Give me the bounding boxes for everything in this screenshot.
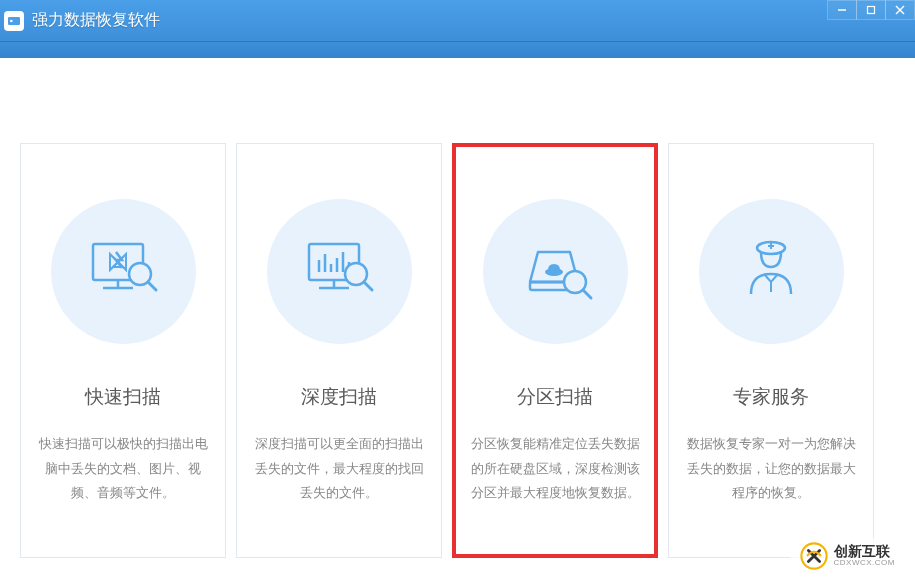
svg-line-26 (583, 290, 591, 298)
card-quick-scan[interactable]: 快速扫描 快速扫描可以极快的扫描出电脑中丢失的文档、图片、视频、音频等文件。 (20, 143, 226, 558)
app-title: 强力数据恢复软件 (32, 10, 160, 31)
svg-point-1 (10, 19, 13, 22)
card-title: 分区扫描 (517, 384, 593, 410)
close-button[interactable] (885, 0, 915, 20)
partition-scan-icon (483, 199, 628, 344)
window-controls (828, 0, 915, 41)
card-desc: 分区恢复能精准定位丢失数据的所在硬盘区域，深度检测该分区并最大程度地恢复数据。 (468, 432, 642, 506)
deep-scan-icon (267, 199, 412, 344)
card-expert-service[interactable]: 专家服务 数据恢复专家一对一为您解决丢失的数据，让您的数据最大程序的恢复。 (668, 143, 874, 558)
minimize-button[interactable] (827, 0, 857, 20)
titlebar-left: 强力数据恢复软件 (4, 10, 160, 31)
card-title: 专家服务 (733, 384, 809, 410)
svg-point-24 (545, 268, 563, 276)
watermark: 创新互联 CDXWCX.COM (790, 538, 905, 574)
card-desc: 快速扫描可以极快的扫描出电脑中丢失的文档、图片、视频、音频等文件。 (36, 432, 210, 506)
watermark-cn: 创新互联 (834, 544, 895, 559)
card-desc: 深度扫描可以更全面的扫描出丢失的文件，最大程度的找回丢失的文件。 (252, 432, 426, 506)
card-deep-scan[interactable]: 深度扫描 深度扫描可以更全面的扫描出丢失的文件，最大程度的找回丢失的文件。 (236, 143, 442, 558)
toolbar-strip (0, 42, 915, 58)
content-area: 快速扫描 快速扫描可以极快的扫描出电脑中丢失的文档、图片、视频、音频等文件。 深… (0, 58, 915, 578)
titlebar: 强力数据恢复软件 (0, 0, 915, 42)
watermark-en: CDXWCX.COM (834, 559, 895, 568)
expert-service-icon (699, 199, 844, 344)
svg-rect-0 (8, 17, 20, 25)
card-title: 深度扫描 (301, 384, 377, 410)
maximize-button[interactable] (856, 0, 886, 20)
svg-rect-3 (868, 7, 875, 14)
watermark-logo-icon (800, 542, 828, 570)
svg-line-21 (364, 282, 372, 290)
quick-scan-icon (51, 199, 196, 344)
card-desc: 数据恢复专家一对一为您解决丢失的数据，让您的数据最大程序的恢复。 (684, 432, 858, 506)
svg-line-10 (148, 282, 156, 290)
card-partition-scan[interactable]: 分区扫描 分区恢复能精准定位丢失数据的所在硬盘区域，深度检测该分区并最大程度地恢… (452, 143, 658, 558)
card-title: 快速扫描 (85, 384, 161, 410)
watermark-text: 创新互联 CDXWCX.COM (834, 544, 895, 568)
app-icon (4, 11, 24, 31)
